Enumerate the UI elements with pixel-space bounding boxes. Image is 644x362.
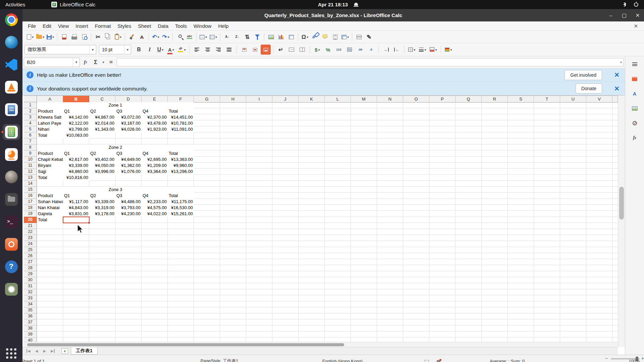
- menu-edit[interactable]: Edit: [39, 22, 55, 30]
- chevron-down-icon[interactable]: ▾: [172, 48, 174, 52]
- power-icon[interactable]: [634, 2, 638, 7]
- page-style-status[interactable]: PageStyle_工作表1: [214, 356, 225, 362]
- autofilter-button[interactable]: [252, 32, 262, 42]
- column-button[interactable]: ▾: [208, 32, 218, 42]
- cell-F5[interactable]: ¥11,091.00: [168, 126, 194, 132]
- cell-B6[interactable]: ¥10,063.00: [63, 132, 89, 138]
- dock-item-libreoffice-writer[interactable]: [3, 102, 20, 118]
- cell-A18[interactable]: Nan Khatai: [37, 205, 63, 211]
- row-header-4[interactable]: 4: [24, 120, 37, 126]
- row-header-39[interactable]: 39: [24, 331, 37, 338]
- column-header-R[interactable]: R: [482, 96, 508, 103]
- cell-A2[interactable]: Product: [37, 108, 63, 114]
- row-header-9[interactable]: 9: [24, 150, 37, 157]
- cell-F11[interactable]: ¥9,960.00: [168, 163, 194, 169]
- chevron-down-icon[interactable]: ▾: [450, 48, 452, 52]
- sheet-number-status[interactable]: Sheet 1 of 1: [27, 356, 39, 362]
- row-header-25[interactable]: 25: [24, 247, 37, 253]
- cell-A12[interactable]: Sajji: [37, 169, 63, 175]
- cell-D11[interactable]: ¥1,362.00: [115, 163, 142, 169]
- cell-B13[interactable]: ¥10,816.00: [63, 175, 89, 181]
- clock[interactable]: Apr 21 18:13: [318, 0, 348, 9]
- menu-window[interactable]: Window: [190, 22, 215, 30]
- chevron-down-icon[interactable]: ▾: [124, 45, 131, 54]
- align-right-button[interactable]: [213, 45, 223, 55]
- cell-F18[interactable]: ¥16,530.00: [168, 205, 194, 211]
- column-header-L[interactable]: L: [325, 96, 351, 103]
- row-header-29[interactable]: 29: [24, 271, 37, 277]
- close-icon[interactable]: ✕: [614, 71, 620, 79]
- add-decimal-button[interactable]: .00: [355, 45, 365, 55]
- row-header-3[interactable]: 3: [24, 114, 37, 120]
- average-sum-status[interactable]: Average: ; Sum: 0: [501, 356, 513, 362]
- column-header-A[interactable]: A: [37, 96, 63, 103]
- row-header-38[interactable]: 38: [24, 325, 37, 331]
- activities-button[interactable]: Activities: [5, 2, 25, 7]
- menu-styles[interactable]: Styles: [114, 22, 135, 30]
- autosum-button[interactable]: Σ: [91, 58, 100, 67]
- column-header-B[interactable]: B: [63, 96, 89, 103]
- row-header-33[interactable]: 33: [24, 295, 37, 301]
- sidebar-tab-styles[interactable]: A: [629, 88, 640, 99]
- menu-format[interactable]: Format: [92, 22, 114, 30]
- column-header-D[interactable]: D: [115, 96, 142, 103]
- dock-item-chrome[interactable]: [3, 12, 20, 28]
- row-header-34[interactable]: 34: [24, 301, 37, 307]
- spelling-button[interactable]: abc: [184, 32, 195, 42]
- show-applications-button[interactable]: [6, 348, 16, 359]
- cell-D10[interactable]: ¥4,649.00: [115, 157, 142, 163]
- row-header-19[interactable]: 19: [24, 211, 37, 217]
- cell-F17[interactable]: ¥11,175.00: [168, 199, 194, 205]
- cell-C11[interactable]: ¥4,050.00: [89, 163, 115, 169]
- row-header-10[interactable]: 10: [24, 157, 37, 163]
- cell-C12[interactable]: ¥3,996.00: [89, 169, 115, 175]
- next-sheet-button[interactable]: ▶: [41, 349, 49, 353]
- row-header-8[interactable]: 8: [24, 144, 37, 150]
- dock-item-thunderbird[interactable]: [3, 34, 20, 50]
- cell-C4[interactable]: ¥2,014.00: [89, 120, 115, 126]
- cell-B18[interactable]: ¥4,843.00: [63, 205, 89, 211]
- cell-D12[interactable]: ¥1,076.00: [115, 169, 142, 175]
- column-header-F[interactable]: F: [168, 96, 194, 103]
- cell-B9[interactable]: Q1: [63, 150, 89, 157]
- cell-D4[interactable]: ¥3,167.00: [115, 120, 142, 126]
- cell-B19[interactable]: ¥3,831.00: [63, 211, 89, 217]
- highlight-color-button[interactable]: ▾: [177, 45, 187, 55]
- merge-and-center-button[interactable]: [286, 45, 297, 55]
- chevron-down-icon[interactable]: ▾: [168, 35, 169, 39]
- menu-view[interactable]: View: [55, 22, 72, 30]
- dock-item-files[interactable]: [3, 191, 20, 207]
- row-header-5[interactable]: 5: [24, 126, 37, 132]
- horizontal-scrollbar[interactable]: [24, 342, 618, 347]
- previous-sheet-button[interactable]: ◀: [33, 349, 41, 353]
- row-header-21[interactable]: 21: [24, 223, 37, 229]
- menu-insert[interactable]: Insert: [72, 22, 92, 30]
- maximize-button[interactable]: ▢: [621, 12, 628, 19]
- sort-descending-button[interactable]: Z↓: [232, 32, 242, 42]
- cell-E19[interactable]: ¥4,022.00: [142, 211, 168, 217]
- chevron-down-icon[interactable]: ▾: [43, 35, 44, 39]
- cell-D2[interactable]: Q3: [115, 108, 142, 114]
- row-header-14[interactable]: 14: [24, 181, 37, 187]
- row-header-11[interactable]: 11: [24, 163, 37, 169]
- chevron-down-icon[interactable]: ▾: [318, 48, 320, 52]
- chevron-down-icon[interactable]: ▾: [32, 35, 34, 39]
- row-header-37[interactable]: 37: [24, 319, 37, 325]
- print-preview-button[interactable]: [79, 32, 89, 42]
- menu-tools[interactable]: Tools: [172, 22, 190, 30]
- image-button[interactable]: [266, 32, 276, 42]
- row-header-2[interactable]: 2: [24, 108, 37, 114]
- document-modified-icon[interactable]: [433, 357, 444, 362]
- cell-A5[interactable]: Nihari: [37, 126, 63, 132]
- menu-help[interactable]: Help: [215, 22, 232, 30]
- minimize-button[interactable]: –: [607, 12, 614, 19]
- center-vertically-button[interactable]: [250, 45, 260, 55]
- align-center-button[interactable]: [203, 45, 213, 55]
- chevron-down-icon[interactable]: ▾: [89, 45, 96, 54]
- row-header-32[interactable]: 32: [24, 289, 37, 295]
- column-header-G[interactable]: G: [194, 96, 220, 103]
- row-header-1[interactable]: 1: [24, 102, 37, 108]
- dock-item-terminal[interactable]: [3, 214, 20, 230]
- cell-B10[interactable]: ¥2,617.00: [63, 157, 89, 163]
- italic-button[interactable]: I: [145, 45, 155, 55]
